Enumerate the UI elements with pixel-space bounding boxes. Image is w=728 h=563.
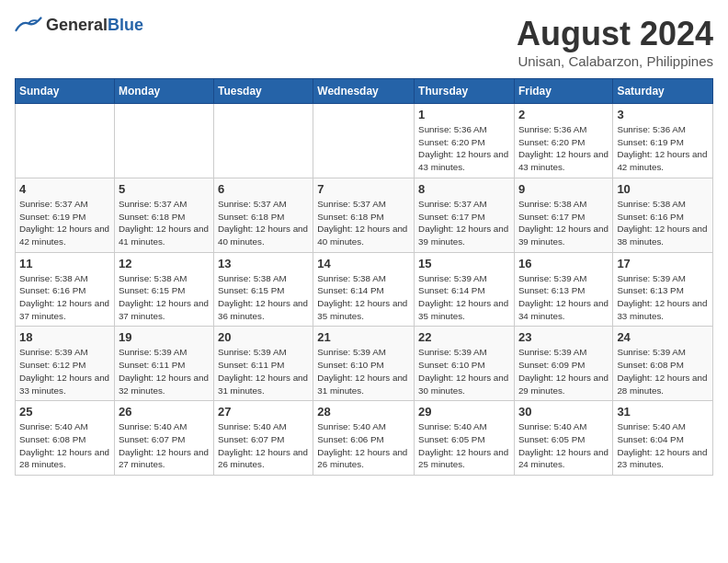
day-info: Sunrise: 5:39 AM Sunset: 6:14 PM Dayligh…: [418, 272, 510, 323]
day-number: 19: [119, 330, 210, 344]
header-wednesday: Wednesday: [313, 79, 415, 104]
calendar-week-row: 25Sunrise: 5:40 AM Sunset: 6:08 PM Dayli…: [16, 401, 713, 476]
calendar-cell: 1Sunrise: 5:36 AM Sunset: 6:20 PM Daylig…: [415, 104, 515, 178]
calendar-cell: 30Sunrise: 5:40 AM Sunset: 6:05 PM Dayli…: [514, 401, 612, 476]
calendar-cell: 7Sunrise: 5:37 AM Sunset: 6:18 PM Daylig…: [313, 178, 415, 252]
day-info: Sunrise: 5:39 AM Sunset: 6:10 PM Dayligh…: [418, 346, 510, 396]
day-number: 13: [218, 257, 309, 270]
calendar-week-row: 18Sunrise: 5:39 AM Sunset: 6:12 PM Dayli…: [16, 327, 713, 401]
calendar-cell: 2Sunrise: 5:36 AM Sunset: 6:20 PM Daylig…: [514, 104, 612, 178]
calendar-cell: 21Sunrise: 5:39 AM Sunset: 6:10 PM Dayli…: [313, 327, 415, 401]
header-friday: Friday: [514, 79, 612, 104]
calendar-cell: 10Sunrise: 5:38 AM Sunset: 6:16 PM Dayli…: [613, 178, 713, 252]
day-number: 31: [617, 405, 709, 419]
logo: GeneralBlue: [15, 15, 143, 35]
day-info: Sunrise: 5:38 AM Sunset: 6:15 PM Dayligh…: [218, 272, 309, 323]
day-number: 6: [218, 182, 309, 196]
day-number: 17: [617, 257, 709, 270]
day-number: 12: [119, 257, 210, 270]
calendar-cell: 28Sunrise: 5:40 AM Sunset: 6:06 PM Dayli…: [313, 401, 415, 476]
header-thursday: Thursday: [415, 79, 515, 104]
calendar-title: August 2024: [517, 15, 713, 53]
calendar-cell: [313, 104, 415, 178]
calendar-cell: 17Sunrise: 5:39 AM Sunset: 6:13 PM Dayli…: [613, 252, 713, 327]
day-number: 24: [617, 330, 709, 344]
calendar-cell: [114, 104, 213, 178]
calendar-cell: [213, 104, 313, 178]
day-number: 28: [317, 405, 410, 419]
day-info: Sunrise: 5:38 AM Sunset: 6:14 PM Dayligh…: [317, 272, 410, 323]
calendar-cell: 3Sunrise: 5:36 AM Sunset: 6:19 PM Daylig…: [613, 104, 713, 178]
day-number: 25: [19, 405, 110, 419]
calendar-cell: 23Sunrise: 5:39 AM Sunset: 6:09 PM Dayli…: [514, 327, 612, 401]
day-number: 11: [19, 257, 110, 270]
calendar-cell: 29Sunrise: 5:40 AM Sunset: 6:05 PM Dayli…: [415, 401, 515, 476]
calendar-week-row: 11Sunrise: 5:38 AM Sunset: 6:16 PM Dayli…: [16, 252, 713, 327]
day-number: 2: [518, 108, 609, 121]
day-info: Sunrise: 5:37 AM Sunset: 6:18 PM Dayligh…: [317, 198, 410, 248]
calendar-week-row: 1Sunrise: 5:36 AM Sunset: 6:20 PM Daylig…: [16, 104, 713, 178]
day-number: 26: [119, 405, 210, 419]
day-info: Sunrise: 5:38 AM Sunset: 6:15 PM Dayligh…: [119, 272, 210, 323]
day-number: 22: [418, 330, 510, 344]
calendar-table: Sunday Monday Tuesday Wednesday Thursday…: [15, 78, 713, 476]
day-info: Sunrise: 5:40 AM Sunset: 6:04 PM Dayligh…: [617, 420, 709, 471]
day-info: Sunrise: 5:39 AM Sunset: 6:09 PM Dayligh…: [518, 346, 609, 396]
day-info: Sunrise: 5:40 AM Sunset: 6:05 PM Dayligh…: [418, 420, 510, 471]
day-number: 21: [317, 330, 410, 344]
header-saturday: Saturday: [613, 79, 713, 104]
day-info: Sunrise: 5:36 AM Sunset: 6:20 PM Dayligh…: [418, 123, 510, 174]
day-info: Sunrise: 5:39 AM Sunset: 6:08 PM Dayligh…: [617, 346, 709, 396]
day-info: Sunrise: 5:40 AM Sunset: 6:07 PM Dayligh…: [218, 420, 309, 471]
calendar-cell: 15Sunrise: 5:39 AM Sunset: 6:14 PM Dayli…: [415, 252, 515, 327]
calendar-cell: 16Sunrise: 5:39 AM Sunset: 6:13 PM Dayli…: [514, 252, 612, 327]
day-info: Sunrise: 5:40 AM Sunset: 6:07 PM Dayligh…: [119, 420, 210, 471]
day-number: 15: [418, 257, 510, 270]
day-number: 10: [617, 182, 709, 196]
day-info: Sunrise: 5:39 AM Sunset: 6:13 PM Dayligh…: [518, 272, 609, 323]
day-number: 3: [617, 108, 709, 121]
calendar-cell: 27Sunrise: 5:40 AM Sunset: 6:07 PM Dayli…: [213, 401, 313, 476]
calendar-cell: 18Sunrise: 5:39 AM Sunset: 6:12 PM Dayli…: [16, 327, 115, 401]
header-sunday: Sunday: [16, 79, 115, 104]
day-info: Sunrise: 5:37 AM Sunset: 6:18 PM Dayligh…: [119, 198, 210, 248]
page-header: GeneralBlue August 2024 Unisan, Calabarz…: [15, 15, 713, 69]
calendar-cell: [16, 104, 115, 178]
day-number: 9: [518, 182, 609, 196]
logo-bird-icon: [15, 15, 42, 35]
day-number: 8: [418, 182, 510, 196]
day-info: Sunrise: 5:39 AM Sunset: 6:11 PM Dayligh…: [119, 346, 210, 396]
calendar-cell: 25Sunrise: 5:40 AM Sunset: 6:08 PM Dayli…: [16, 401, 115, 476]
title-area: August 2024 Unisan, Calabarzon, Philippi…: [517, 15, 713, 69]
day-info: Sunrise: 5:38 AM Sunset: 6:17 PM Dayligh…: [518, 198, 609, 248]
calendar-cell: 9Sunrise: 5:38 AM Sunset: 6:17 PM Daylig…: [514, 178, 612, 252]
day-info: Sunrise: 5:40 AM Sunset: 6:06 PM Dayligh…: [317, 420, 410, 471]
day-info: Sunrise: 5:37 AM Sunset: 6:17 PM Dayligh…: [418, 198, 510, 248]
day-info: Sunrise: 5:39 AM Sunset: 6:13 PM Dayligh…: [617, 272, 709, 323]
day-number: 30: [518, 405, 609, 419]
calendar-cell: 4Sunrise: 5:37 AM Sunset: 6:19 PM Daylig…: [16, 178, 115, 252]
day-info: Sunrise: 5:40 AM Sunset: 6:08 PM Dayligh…: [19, 420, 110, 471]
calendar-cell: 22Sunrise: 5:39 AM Sunset: 6:10 PM Dayli…: [415, 327, 515, 401]
weekday-header-row: Sunday Monday Tuesday Wednesday Thursday…: [16, 79, 713, 104]
day-info: Sunrise: 5:39 AM Sunset: 6:12 PM Dayligh…: [19, 346, 110, 396]
day-number: 1: [418, 108, 510, 121]
logo-general: General: [46, 16, 108, 34]
calendar-cell: 19Sunrise: 5:39 AM Sunset: 6:11 PM Dayli…: [114, 327, 213, 401]
day-number: 18: [19, 330, 110, 344]
calendar-cell: 20Sunrise: 5:39 AM Sunset: 6:11 PM Dayli…: [213, 327, 313, 401]
day-number: 5: [119, 182, 210, 196]
calendar-cell: 31Sunrise: 5:40 AM Sunset: 6:04 PM Dayli…: [613, 401, 713, 476]
day-number: 7: [317, 182, 410, 196]
calendar-cell: 11Sunrise: 5:38 AM Sunset: 6:16 PM Dayli…: [16, 252, 115, 327]
day-info: Sunrise: 5:38 AM Sunset: 6:16 PM Dayligh…: [617, 198, 709, 248]
day-number: 27: [218, 405, 309, 419]
day-number: 4: [19, 182, 110, 196]
day-info: Sunrise: 5:37 AM Sunset: 6:19 PM Dayligh…: [19, 198, 110, 248]
day-number: 29: [418, 405, 510, 419]
calendar-cell: 12Sunrise: 5:38 AM Sunset: 6:15 PM Dayli…: [114, 252, 213, 327]
day-info: Sunrise: 5:38 AM Sunset: 6:16 PM Dayligh…: [19, 272, 110, 323]
day-info: Sunrise: 5:36 AM Sunset: 6:20 PM Dayligh…: [518, 123, 609, 174]
calendar-cell: 6Sunrise: 5:37 AM Sunset: 6:18 PM Daylig…: [213, 178, 313, 252]
calendar-cell: 5Sunrise: 5:37 AM Sunset: 6:18 PM Daylig…: [114, 178, 213, 252]
